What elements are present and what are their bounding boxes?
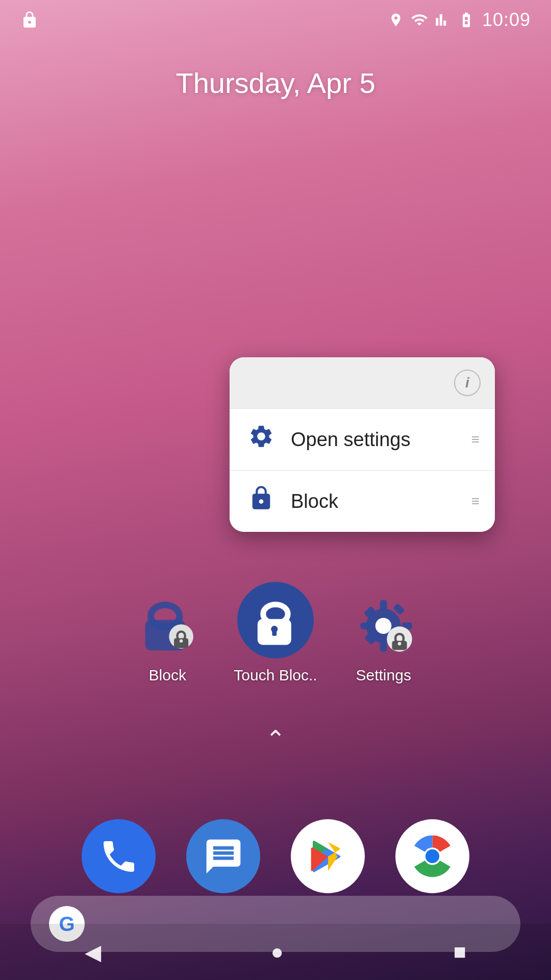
- popup-menu: i Open settings ≡ Block ≡: [230, 357, 495, 532]
- app-row: Block Touch Bloc..: [0, 582, 551, 684]
- gear-icon: [246, 423, 277, 456]
- svg-point-26: [425, 849, 439, 863]
- wifi-icon: [411, 11, 428, 29]
- popup-item-block[interactable]: Block ≡: [230, 470, 495, 532]
- home-button[interactable]: ●: [271, 940, 284, 964]
- dock-chrome[interactable]: [395, 819, 469, 893]
- settings-app-label: Settings: [356, 667, 411, 684]
- recents-button[interactable]: ■: [453, 940, 466, 964]
- open-settings-handle: ≡: [471, 431, 479, 448]
- block-handle: ≡: [471, 493, 479, 509]
- chevron-up[interactable]: ⌃: [0, 725, 551, 753]
- info-button[interactable]: i: [454, 370, 481, 396]
- status-left: [20, 11, 39, 29]
- lock-status-icon: [20, 11, 39, 29]
- popup-header: i: [230, 357, 495, 408]
- svg-point-22: [398, 642, 402, 645]
- signal-icon: [435, 12, 450, 28]
- svg-point-10: [375, 618, 392, 634]
- block-label: Block: [291, 491, 457, 512]
- svg-rect-12: [380, 641, 387, 651]
- block-app-icon: [132, 587, 203, 658]
- lock-icon: [246, 485, 277, 518]
- date-display: Thursday, Apr 5: [0, 66, 551, 100]
- touch-bloc-app[interactable]: Touch Bloc..: [234, 582, 317, 684]
- svg-rect-9: [272, 629, 277, 636]
- dock-messages[interactable]: [186, 819, 260, 893]
- back-button[interactable]: ◀: [85, 940, 101, 965]
- settings-app[interactable]: Settings: [348, 587, 419, 684]
- svg-rect-13: [361, 622, 371, 629]
- location-icon: [388, 12, 404, 28]
- block-app-label: Block: [149, 667, 186, 684]
- status-right: 10:09: [388, 9, 531, 31]
- settings-app-icon: [348, 587, 419, 658]
- dock: [26, 819, 525, 893]
- status-bar: 10:09: [0, 0, 551, 36]
- dock-play-store[interactable]: [291, 819, 365, 893]
- touch-bloc-app-label: Touch Bloc..: [234, 667, 317, 684]
- status-time: 10:09: [482, 9, 531, 31]
- touch-bloc-app-icon: [237, 582, 314, 658]
- svg-point-5: [180, 640, 183, 643]
- nav-bar: ◀ ● ■: [0, 924, 551, 980]
- popup-tail: [351, 531, 373, 532]
- popup-item-open-settings[interactable]: Open settings ≡: [230, 408, 495, 470]
- svg-rect-11: [380, 600, 387, 610]
- dock-phone[interactable]: [82, 819, 156, 893]
- block-app[interactable]: Block: [132, 587, 203, 684]
- battery-icon: [458, 11, 475, 29]
- open-settings-label: Open settings: [291, 429, 457, 451]
